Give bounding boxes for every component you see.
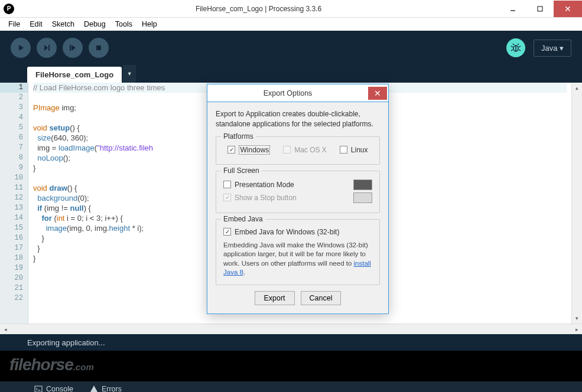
checkbox-macosx: Mac OS X [283,145,327,155]
checkbox-show-stop-button: ✓Show a Stop button [223,192,372,203]
scroll-up-icon[interactable]: ▴ [572,83,582,93]
svg-marker-18 [90,386,97,392]
status-bar: Exporting application... [0,334,582,351]
checkbox-presentation-mode[interactable]: Presentation Mode [223,179,372,190]
export-options-dialog: Export Options ✕ Export to Application c… [207,84,389,314]
status-text: Exporting application... [27,338,105,347]
svg-marker-2 [19,45,24,51]
embed-java-group: Embed Java ✓Embed Java for Windows (32-b… [216,219,380,285]
platforms-legend: Platforms [221,132,256,141]
svg-marker-6 [71,45,76,51]
scroll-right-icon[interactable]: ▸ [571,324,582,334]
warning-icon [90,385,98,392]
maximize-button[interactable] [526,1,554,17]
window-title: FileHorse_com_Logo | Processing 3.3.6 [18,5,499,13]
svg-rect-7 [96,45,101,50]
presentation-color-chip[interactable] [353,179,372,190]
menubar: File Edit Sketch Debug Tools Help [0,18,582,31]
menu-file[interactable]: File [4,19,25,30]
console-panel [0,351,582,381]
tab-filehorse-logo[interactable]: FileHorse_com_Logo [27,67,122,83]
debug-icon[interactable] [506,38,525,57]
sketch-tabs: FileHorse_com_Logo ▼ [0,65,582,83]
close-button[interactable]: ✕ [554,1,582,17]
dialog-description: Export to Application creates double-cli… [216,109,380,129]
dialog-titlebar[interactable]: Export Options ✕ [207,84,388,102]
window-titlebar: P FileHorse_com_Logo | Processing 3.3.6 … [0,0,582,18]
run-button[interactable] [11,38,31,58]
checkbox-linux[interactable]: Linux [340,145,368,155]
svg-line-12 [511,50,513,51]
svg-line-11 [519,46,521,47]
export-button[interactable]: Export [255,291,295,305]
dialog-title-text: Export Options [207,89,368,97]
scroll-down-icon[interactable]: ▾ [572,313,582,324]
svg-line-13 [519,50,521,51]
stop-button[interactable] [89,38,109,58]
console-tab-label: Console [46,385,73,392]
svg-rect-1 [538,6,542,11]
step-button[interactable] [37,38,57,58]
svg-line-14 [513,44,514,45]
svg-marker-3 [44,45,48,51]
stop-color-chip [353,192,372,203]
platforms-group: Platforms ✓Windows Mac OS X Linux [216,136,380,165]
svg-rect-4 [48,45,50,51]
dialog-close-button[interactable]: ✕ [368,87,387,100]
menu-edit[interactable]: Edit [25,19,47,30]
checkbox-embed-java[interactable]: ✓Embed Java for Windows (32-bit) [223,228,372,236]
menu-debug[interactable]: Debug [79,19,110,30]
errors-tab-label: Errors [102,385,122,392]
menu-sketch[interactable]: Sketch [47,19,79,30]
console-icon [34,385,43,392]
cancel-button[interactable]: Cancel [301,291,342,305]
embed-note: Embedding Java will make the Windows (32… [223,241,372,277]
step-into-button[interactable] [63,38,83,58]
fullscreen-legend: Full Screen [221,166,262,175]
svg-rect-5 [70,45,71,51]
tab-dropdown[interactable]: ▼ [123,65,136,83]
checkbox-windows[interactable]: ✓Windows [227,145,270,155]
svg-line-15 [518,44,519,45]
line-gutter: 12345678910111213141516171819202122 [0,83,28,324]
fullscreen-group: Full Screen Presentation Mode ✓Show a St… [216,171,380,213]
app-icon: P [4,4,14,14]
scroll-left-icon[interactable]: ◂ [0,324,11,334]
minimize-button[interactable] [499,1,526,17]
mode-selector[interactable]: Java ▾ [534,40,571,57]
tab-console[interactable]: Console [34,385,73,392]
tab-errors[interactable]: Errors [90,385,122,392]
menu-help[interactable]: Help [137,19,162,30]
bottom-tabs: Console Errors [0,381,582,392]
toolbar: Java ▾ [0,31,582,65]
svg-rect-16 [35,386,42,392]
embed-legend: Embed Java [221,215,265,223]
svg-line-10 [511,46,513,47]
vertical-scrollbar[interactable]: ▴ ▾ [571,83,582,324]
menu-tools[interactable]: Tools [110,19,137,30]
horizontal-scrollbar[interactable]: ◂ ▸ [0,324,582,334]
